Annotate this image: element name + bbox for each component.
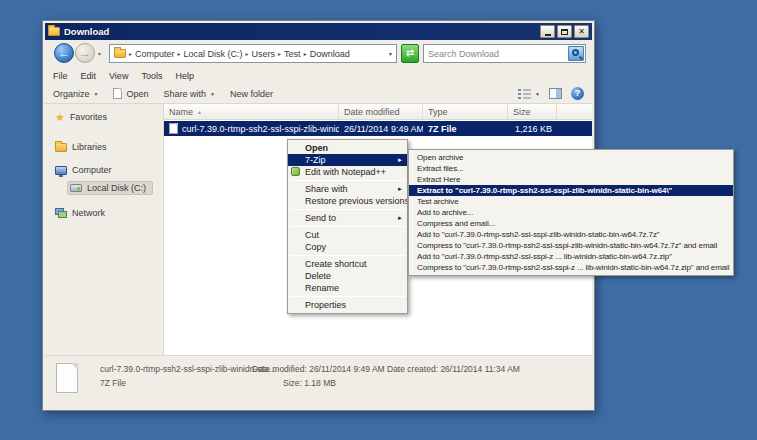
share-with-button[interactable]: Share with ▼ bbox=[164, 89, 215, 99]
submenu-add-to-zip[interactable]: Add to "curl-7.39.0-rtmp-ssh2-ssl-sspi-z… bbox=[409, 251, 733, 262]
libraries-icon bbox=[55, 143, 67, 152]
context-menu-share-with[interactable]: Share with ► bbox=[288, 183, 407, 195]
drive-icon bbox=[70, 184, 82, 192]
breadcrumb-arrow-icon: ▸ bbox=[246, 50, 249, 57]
submenu-extract-files[interactable]: Extract files... bbox=[409, 163, 733, 174]
context-menu-cut[interactable]: Cut bbox=[288, 229, 407, 241]
sidebar-item-network[interactable]: Network bbox=[55, 206, 105, 220]
breadcrumb-computer[interactable]: Computer bbox=[135, 49, 175, 59]
table-row[interactable]: curl-7.39.0-rtmp-ssh2-ssl-sspi-zlib-wini… bbox=[164, 121, 592, 136]
submenu-arrow-icon: ► bbox=[397, 183, 403, 195]
menu-separator bbox=[290, 180, 405, 181]
context-menu-restore-previous[interactable]: Restore previous versions bbox=[288, 195, 407, 207]
details-pane: curl-7.39.0-rtmp-ssh2-ssl-sspi-zlib-wini… bbox=[45, 355, 592, 408]
search-button[interactable] bbox=[568, 46, 584, 61]
submenu-compress-to-zip-email[interactable]: Compress to "curl-7.39.0-rtmp-ssh2-ssl-s… bbox=[409, 262, 733, 273]
submenu-test-archive[interactable]: Test archive bbox=[409, 196, 733, 207]
window-title: Download bbox=[64, 26, 540, 37]
context-menu: Open 7-Zip ► Edit with Notepad++ Share w… bbox=[287, 139, 408, 314]
sidebar-label: Favorites bbox=[70, 112, 107, 122]
refresh-button[interactable]: ⇄ bbox=[401, 44, 419, 63]
submenu-add-to-7z[interactable]: Add to "curl-7.39.0-rtmp-ssh2-ssl-sspi-z… bbox=[409, 229, 733, 240]
address-history-dropdown[interactable]: ▾ bbox=[389, 50, 392, 57]
column-label: Type bbox=[428, 107, 448, 117]
star-icon: ★ bbox=[55, 112, 65, 122]
sidebar-label: Local Disk (C:) bbox=[87, 183, 146, 193]
new-folder-button[interactable]: New folder bbox=[230, 89, 273, 99]
breadcrumb-users[interactable]: Users bbox=[252, 49, 276, 59]
column-header-date-modified[interactable]: Date modified bbox=[339, 104, 423, 119]
help-button[interactable]: ? bbox=[571, 87, 584, 100]
context-menu-create-shortcut[interactable]: Create shortcut bbox=[288, 258, 407, 270]
menu-separator bbox=[290, 209, 405, 210]
change-view-button[interactable]: ▼ bbox=[518, 89, 540, 99]
chevron-down-icon: ▼ bbox=[535, 91, 540, 97]
sidebar-item-favorites[interactable]: ★ Favorites bbox=[55, 110, 107, 124]
search-input[interactable] bbox=[424, 49, 567, 59]
context-menu-delete[interactable]: Delete bbox=[288, 270, 407, 282]
submenu-open-archive[interactable]: Open archive bbox=[409, 152, 733, 163]
minimize-button[interactable] bbox=[540, 25, 555, 38]
breadcrumb-download[interactable]: Download bbox=[310, 49, 350, 59]
menu-file[interactable]: File bbox=[53, 71, 68, 81]
titlebar[interactable]: Download ✕ bbox=[45, 23, 592, 40]
network-icon bbox=[55, 208, 67, 218]
details-date-modified: Date modified: 26/11/2014 9:49 AM bbox=[252, 364, 385, 374]
menu-separator bbox=[290, 255, 405, 256]
submenu-arrow-icon: ► bbox=[397, 212, 403, 224]
sidebar-item-libraries[interactable]: Libraries bbox=[55, 140, 107, 154]
details-size: Size: 1.18 MB bbox=[283, 378, 336, 388]
sidebar-label: Libraries bbox=[72, 142, 107, 152]
forward-button[interactable]: → bbox=[75, 43, 95, 63]
column-header-size[interactable]: Size bbox=[508, 104, 557, 119]
submenu-compress-and-email[interactable]: Compress and email... bbox=[409, 218, 733, 229]
menu-edit[interactable]: Edit bbox=[81, 71, 97, 81]
breadcrumb-arrow-icon: ▸ bbox=[178, 50, 181, 57]
menu-separator bbox=[290, 296, 405, 297]
breadcrumb-arrow-icon: ▸ bbox=[278, 50, 281, 57]
column-header-type[interactable]: Type bbox=[423, 104, 508, 119]
file-type-cell: 7Z File bbox=[423, 124, 508, 134]
search-box[interactable] bbox=[423, 44, 586, 63]
organize-button[interactable]: Organize ▼ bbox=[53, 89, 98, 99]
preview-pane-button[interactable] bbox=[549, 88, 562, 99]
close-button[interactable]: ✕ bbox=[574, 25, 589, 38]
folder-icon bbox=[114, 49, 126, 58]
chevron-down-icon: ▼ bbox=[94, 91, 99, 97]
menu-label: Send to bbox=[305, 213, 336, 223]
desktop: Download ✕ ← → ▾ ▸ Computer ▸ Local Disk… bbox=[0, 0, 757, 440]
back-button[interactable]: ← bbox=[54, 43, 74, 63]
sidebar-item-local-disk[interactable]: Local Disk (C:) bbox=[67, 181, 153, 195]
context-menu-send-to[interactable]: Send to ► bbox=[288, 212, 407, 224]
menu-view[interactable]: View bbox=[109, 71, 128, 81]
context-menu-properties[interactable]: Properties bbox=[288, 299, 407, 311]
breadcrumb-test[interactable]: Test bbox=[284, 49, 301, 59]
submenu-extract-to[interactable]: Extract to "curl-7.39.0-rtmp-ssh2-ssl-ss… bbox=[409, 185, 733, 196]
context-menu-edit-notepadpp[interactable]: Edit with Notepad++ bbox=[288, 166, 407, 178]
address-bar[interactable]: ▸ Computer ▸ Local Disk (C:) ▸ Users ▸ T… bbox=[109, 44, 397, 63]
maximize-button[interactable] bbox=[557, 25, 572, 38]
search-icon bbox=[572, 49, 579, 56]
menu-help[interactable]: Help bbox=[175, 71, 194, 81]
back-arrow-icon: ← bbox=[59, 47, 70, 59]
file-date-cell: 26/11/2014 9:49 AM bbox=[339, 124, 423, 134]
context-menu-7zip[interactable]: 7-Zip ► bbox=[288, 154, 407, 166]
menu-tools[interactable]: Tools bbox=[141, 71, 162, 81]
recent-pages-dropdown[interactable]: ▾ bbox=[98, 50, 101, 57]
context-menu-copy[interactable]: Copy bbox=[288, 241, 407, 253]
sidebar-item-computer[interactable]: Computer bbox=[55, 163, 112, 177]
new-folder-label: New folder bbox=[230, 89, 273, 99]
breadcrumb-local-disk[interactable]: Local Disk (C:) bbox=[184, 49, 243, 59]
submenu-add-to-archive[interactable]: Add to archive... bbox=[409, 207, 733, 218]
submenu-compress-to-7z-email[interactable]: Compress to "curl-7.39.0-rtmp-ssh2-ssl-s… bbox=[409, 240, 733, 251]
open-button[interactable]: Open bbox=[113, 88, 148, 99]
column-headers: Name ▲ Date modified Type Size bbox=[164, 104, 592, 120]
computer-icon bbox=[55, 166, 67, 175]
file-name-cell: curl-7.39.0-rtmp-ssh2-ssl-sspi-zlib-wini… bbox=[164, 123, 339, 134]
context-menu-open[interactable]: Open bbox=[288, 142, 407, 154]
submenu-extract-here[interactable]: Extract Here bbox=[409, 174, 733, 185]
column-label: Name bbox=[169, 107, 193, 117]
context-menu-rename[interactable]: Rename bbox=[288, 282, 407, 294]
7zip-submenu: Open archive Extract files... Extract He… bbox=[408, 149, 734, 276]
column-header-name[interactable]: Name ▲ bbox=[164, 104, 339, 119]
